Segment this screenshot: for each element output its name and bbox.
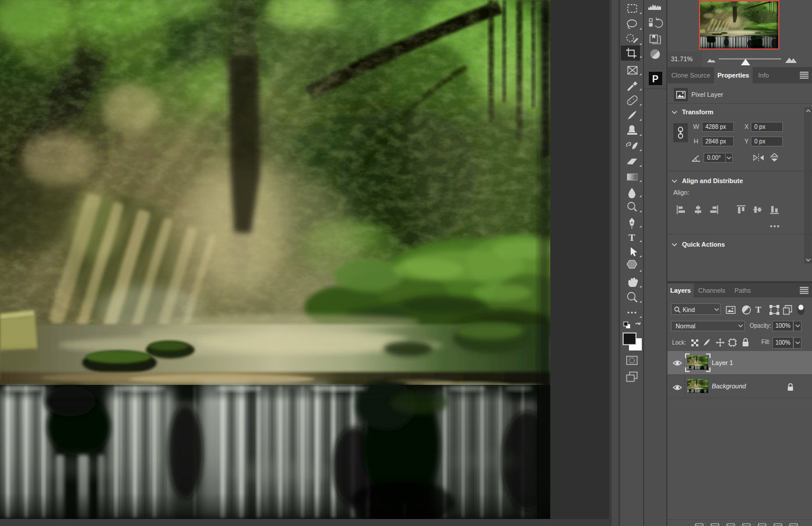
svg-text:T: T <box>628 232 635 243</box>
svg-text:P: P <box>652 74 659 84</box>
